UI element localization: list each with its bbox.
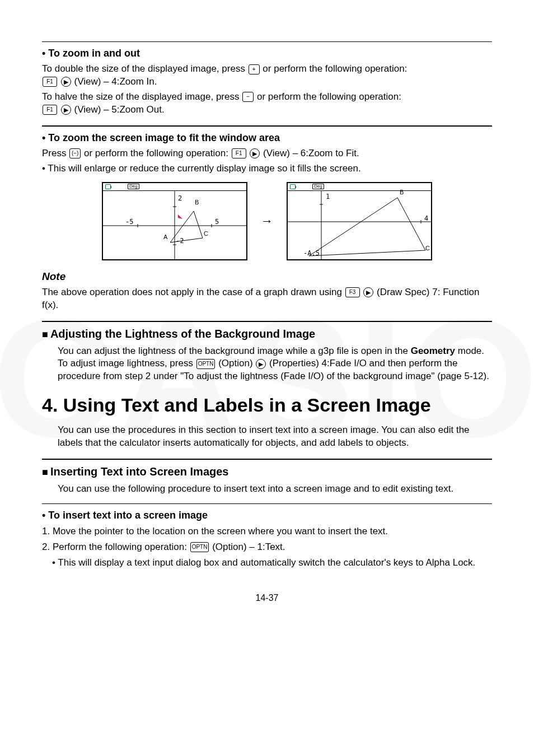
f3-key: F3 (345, 287, 360, 297)
battery-icon (290, 184, 296, 189)
inserting-intro: You can use the following procedure to i… (42, 483, 492, 496)
tri-label-c: C (425, 245, 430, 251)
tri-label-b: B (400, 189, 404, 195)
status-bar: Deg (288, 183, 431, 191)
blacksquare-icon: ■ (42, 329, 48, 340)
tri-label-c: C (204, 230, 208, 237)
divider (42, 321, 492, 322)
lightness-text: You can adjust the lightness of the back… (42, 345, 492, 384)
tri-label-a: A (163, 234, 167, 240)
f1-key: F1 (43, 105, 57, 115)
figure-row: Deg -5 5 2 -2 (42, 182, 492, 260)
f1-key: F1 (43, 77, 57, 87)
plus-key: + (249, 64, 260, 74)
axis-label-xmax: 5 (215, 218, 219, 226)
insert-step-sub: • This will display a text input dialog … (42, 556, 492, 570)
right-key: ▶ (61, 77, 71, 87)
divider (42, 503, 492, 504)
right-key: ▶ (250, 148, 260, 158)
svg-marker-12 (309, 198, 425, 256)
heading-zoom-in-out: • To zoom in and out (42, 48, 492, 59)
divider (42, 125, 492, 127)
minus-key: − (242, 92, 254, 102)
zoom-fit-text: Press (−) or perform the following opera… (42, 147, 492, 160)
axis-label-ytop: 1 (326, 193, 330, 200)
axis-label-xmin: -5 (125, 218, 133, 226)
heading-section-4: 4. Using Text and Labels in a Screen Ima… (42, 394, 492, 416)
zoom-fit-bullet: • This will enlarge or reduce the curren… (42, 162, 492, 175)
heading-lightness: ■Adjusting the Lightness of the Backgrou… (42, 328, 492, 340)
arrow-icon: → (261, 214, 273, 228)
tri-label-b: B (195, 199, 199, 206)
right-key: ▶ (61, 105, 71, 115)
axis-label-xmin: -A.5 (303, 249, 320, 257)
right-key: ▶ (363, 287, 373, 297)
divider (42, 41, 492, 42)
svg-marker-6 (170, 211, 203, 242)
page-number: 14-37 (42, 593, 492, 603)
zoom-halve-text: To halve the size of the displayed image… (42, 91, 492, 116)
svg-marker-7 (178, 214, 182, 219)
blacksquare-icon: ■ (42, 466, 48, 478)
note-heading: Note (42, 270, 492, 283)
calc-screen-after: Deg 1 4 -A.5 B C (287, 182, 432, 260)
battery-icon (105, 184, 111, 189)
insert-step-1: 1. Move the pointer to the location on t… (42, 525, 492, 538)
zoom-double-text: To double the size of the displayed imag… (42, 63, 492, 88)
note-text: The above operation does not apply in th… (42, 286, 492, 312)
heading-inserting-text: ■Inserting Text into Screen Images (42, 465, 492, 478)
calc-screen-before: Deg -5 5 2 -2 (102, 182, 247, 260)
divider (42, 459, 492, 460)
optn-key: OPTN (190, 542, 209, 552)
insert-step-2: 2. Perform the following operation: OPTN… (42, 540, 492, 554)
optn-key: OPTN (196, 359, 216, 369)
axis-label-ybot: -2 (176, 237, 184, 245)
axis-label-xmax: 4 (424, 214, 428, 222)
axis-label-ytop: 2 (178, 194, 182, 202)
section4-intro: You can use the procedures in this secti… (42, 424, 492, 450)
heading-zoom-fit: • To zoom the screen image to fit the wi… (42, 132, 492, 144)
status-bar: Deg (103, 183, 246, 191)
neg-key: (−) (69, 148, 81, 158)
deg-indicator: Deg (312, 184, 324, 189)
right-key: ▶ (256, 359, 266, 369)
heading-insert-proc: • To insert text into a screen image (42, 510, 492, 521)
f1-key: F1 (232, 148, 246, 158)
deg-indicator: Deg (128, 184, 139, 189)
